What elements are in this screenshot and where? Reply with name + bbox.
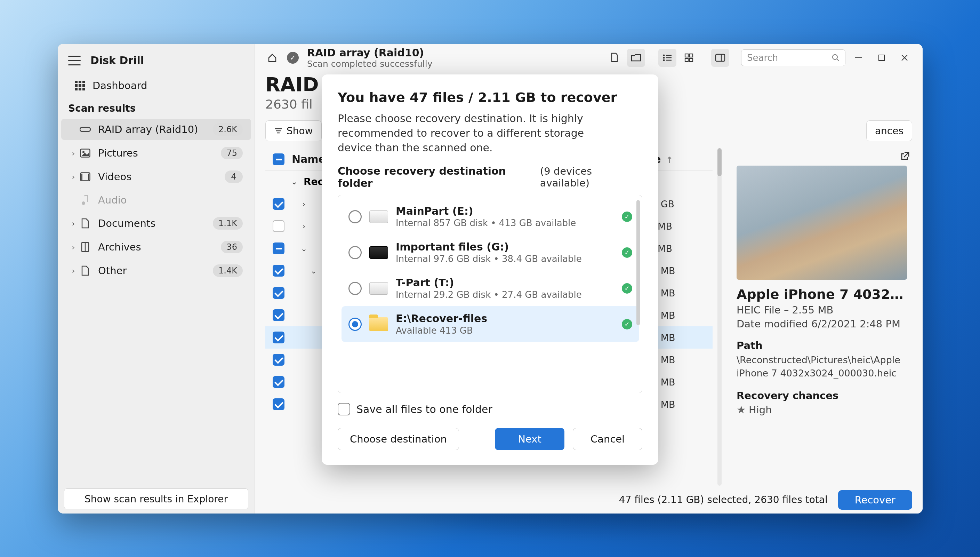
scan-results-label: Scan results (58, 96, 255, 117)
panel-toggle-button[interactable] (711, 49, 729, 67)
radio-button-selected[interactable] (348, 318, 362, 331)
minimize-button[interactable] (849, 49, 868, 66)
sidebar-item-documents[interactable]: › Documents 1.1K (61, 213, 251, 234)
sidebar-item-label: RAID array (Raid10) (98, 124, 213, 135)
home-button[interactable] (263, 49, 281, 67)
close-button[interactable] (895, 49, 914, 66)
sort-arrow-icon: ↑ (666, 155, 673, 165)
footer-summary: 47 files (2.11 GB) selected, 2630 files … (619, 494, 828, 505)
radio-button[interactable] (348, 210, 362, 223)
row-checkbox[interactable] (273, 243, 284, 254)
radio-button[interactable] (348, 246, 362, 259)
toolbar: ✓ RAID array (Raid10) Scan completed suc… (255, 44, 923, 72)
list-view-button[interactable] (658, 49, 676, 67)
sidebar-item-badge: 75 (221, 147, 243, 160)
sidebar-item-videos[interactable]: › Videos 4 (61, 166, 251, 187)
dest-label: Choose recovery destination folder (338, 165, 540, 189)
sidebar-item-audio[interactable]: Audio (61, 190, 251, 210)
destination-item-selected[interactable]: E:\Recover-filesAvailable 413 GB ✓ (341, 306, 639, 342)
svg-point-9 (663, 55, 665, 56)
sidebar-item-other[interactable]: › Other 1.4K (61, 260, 251, 281)
dest-name: Important files (G:) (396, 241, 614, 253)
svg-rect-16 (690, 54, 693, 57)
modal-description: Please choose recovery destination. It i… (338, 111, 616, 155)
destination-item[interactable]: Important files (G:)Internal 97.6 GB dis… (341, 235, 639, 270)
open-external-icon[interactable] (900, 151, 910, 161)
preview-pane: Apple iPhone 7 4032x30… HEIC File – 2.55… (728, 148, 912, 486)
choose-destination-button[interactable]: Choose destination (338, 428, 459, 450)
sidebar-item-label: Other (98, 265, 213, 277)
filter-chances-button[interactable]: ances (866, 121, 912, 141)
picture-icon (79, 147, 91, 159)
dest-scrollbar[interactable] (636, 200, 640, 388)
preview-title: Apple iPhone 7 4032x30… (736, 287, 909, 302)
video-icon (79, 171, 91, 182)
filter-icon (274, 127, 283, 134)
sidebar-item-raid[interactable]: RAID array (Raid10) 2.6K (61, 119, 251, 140)
cancel-button[interactable]: Cancel (573, 428, 642, 450)
destination-list: MainPart (E:)Internal 857 GB disk • 413 … (338, 195, 642, 393)
app-name: Disk Drill (90, 54, 144, 67)
device-count: (9 devices available) (540, 165, 642, 189)
recover-button[interactable]: Recover (838, 490, 912, 510)
row-checkbox[interactable] (273, 220, 284, 232)
other-icon (79, 265, 91, 277)
chevron-right-icon: › (70, 243, 77, 252)
dest-name: MainPart (E:) (396, 205, 614, 217)
dashboard-icon (75, 81, 85, 90)
radio-button[interactable] (348, 282, 362, 295)
sidebar-item-badge: 36 (221, 241, 243, 253)
row-checkbox[interactable] (273, 309, 284, 321)
dest-name: T-Part (T:) (396, 277, 614, 289)
svg-rect-18 (690, 59, 693, 62)
svg-rect-5 (88, 174, 89, 180)
sidebar-item-badge: 2.6K (213, 123, 243, 136)
next-button[interactable]: Next (495, 428, 564, 450)
row-checkbox[interactable] (273, 332, 284, 344)
preview-chances-label: Recovery chances (736, 390, 909, 401)
check-icon: ✓ (622, 283, 632, 294)
sidebar-item-pictures[interactable]: › Pictures 75 (61, 143, 251, 163)
app-window: Disk Drill Dashboard Scan results RAID a… (58, 44, 923, 513)
svg-line-22 (837, 59, 839, 61)
row-checkbox[interactable] (273, 376, 284, 388)
svg-rect-19 (716, 54, 725, 61)
filter-show-button[interactable]: Show (265, 121, 322, 141)
scrollbar[interactable] (717, 148, 722, 486)
filter-chances-label: ances (875, 125, 904, 137)
search-input[interactable]: Search (741, 49, 845, 66)
row-checkbox[interactable] (273, 398, 284, 410)
search-placeholder: Search (747, 52, 778, 63)
sidebar-item-label: Documents (98, 217, 213, 229)
sidebar-item-badge: 1.1K (213, 217, 243, 230)
preview-filetype: HEIC File – 2.55 MB (736, 304, 909, 316)
select-all-checkbox[interactable] (273, 153, 284, 165)
sidebar-item-badge: 4 (225, 171, 243, 183)
destination-item[interactable]: MainPart (E:)Internal 857 GB disk • 413 … (341, 199, 639, 235)
row-checkbox[interactable] (273, 265, 284, 277)
dest-detail: Internal 857 GB disk • 413 GB available (396, 218, 614, 228)
chevron-right-icon: › (70, 149, 77, 158)
row-checkbox[interactable] (273, 287, 284, 299)
row-checkbox[interactable] (273, 354, 284, 366)
sidebar-item-label: Archives (98, 241, 221, 253)
preview-path: \Reconstructed\Pictures\heic\Apple iPhon… (736, 353, 909, 380)
show-results-button[interactable]: Show scan results in Explorer (64, 489, 248, 509)
status-check-icon: ✓ (287, 52, 299, 64)
menu-icon[interactable] (68, 56, 81, 65)
folder-view-button[interactable] (627, 49, 645, 67)
sidebar-item-archives[interactable]: › Archives 36 (61, 236, 251, 257)
row-checkbox[interactable] (273, 198, 284, 210)
destination-item[interactable]: T-Part (T:)Internal 29.2 GB disk • 27.4 … (341, 270, 639, 306)
file-view-button[interactable] (605, 49, 624, 67)
nav-dashboard[interactable]: Dashboard (58, 75, 255, 96)
svg-rect-4 (81, 174, 83, 180)
dest-name: E:\Recover-files (396, 313, 614, 324)
drive-icon (369, 282, 388, 295)
maximize-button[interactable] (872, 49, 891, 66)
svg-rect-15 (685, 54, 688, 57)
save-all-checkbox[interactable] (338, 403, 350, 415)
grid-view-button[interactable] (680, 49, 698, 67)
recovery-destination-modal: You have 47 files / 2.11 GB to recover P… (322, 75, 658, 465)
svg-point-21 (832, 55, 837, 60)
